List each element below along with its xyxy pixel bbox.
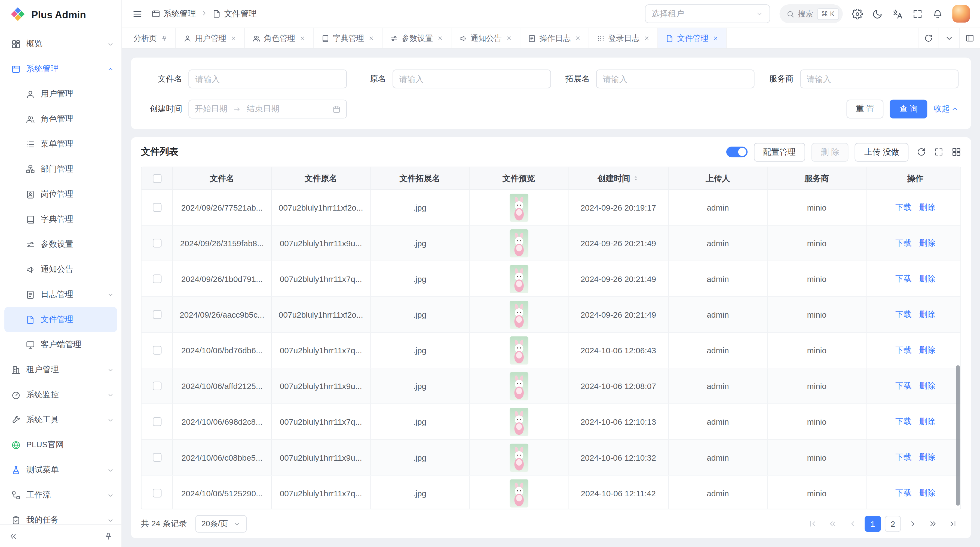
sidebar-item-globe[interactable]: PLUS官网 bbox=[0, 432, 121, 458]
page-2-button[interactable]: 2 bbox=[885, 516, 901, 532]
delete-link[interactable]: 删除 bbox=[919, 238, 935, 249]
breadcrumb-item-file[interactable]: 文件管理 bbox=[212, 8, 257, 19]
tab-log[interactable]: 操作日志 bbox=[520, 28, 589, 48]
table-row[interactable]: 2024/09/26/3159fab8...007u2bluly1hrr11x9… bbox=[142, 226, 960, 261]
pin-sidebar-button[interactable] bbox=[104, 532, 113, 541]
table-row[interactable]: 2024/09/26/1b0d791...007u2bluly1hrr11x7q… bbox=[142, 261, 960, 297]
sidebar-item-role[interactable]: 角色管理 bbox=[0, 107, 121, 132]
upload-button[interactable]: 上传 没做 bbox=[855, 142, 908, 161]
close-icon[interactable] bbox=[643, 35, 649, 41]
row-checkbox[interactable] bbox=[153, 417, 161, 426]
sidebar-item-monitor[interactable]: 系统监控 bbox=[0, 382, 121, 407]
global-search[interactable]: 搜索 ⌘ K bbox=[780, 4, 843, 23]
first-page-button[interactable] bbox=[805, 516, 821, 532]
row-checkbox[interactable] bbox=[153, 203, 161, 212]
sidebar-item-tools[interactable]: 系统工具 bbox=[0, 407, 121, 432]
tab-param[interactable]: 参数设置 bbox=[382, 28, 451, 48]
sidebar-item-test[interactable]: 测试菜单 bbox=[0, 458, 121, 482]
select-all-checkbox[interactable] bbox=[153, 174, 161, 182]
download-link[interactable]: 下载 bbox=[895, 238, 912, 249]
fullscreen-button[interactable] bbox=[912, 8, 923, 19]
layout-toggle-button[interactable] bbox=[959, 28, 980, 48]
last-page-button[interactable] bbox=[945, 516, 961, 532]
download-link[interactable]: 下载 bbox=[895, 416, 912, 427]
download-link[interactable]: 下载 bbox=[895, 273, 912, 284]
cell-file-preview[interactable] bbox=[469, 440, 568, 475]
pin-icon[interactable] bbox=[161, 35, 167, 41]
tab-user[interactable]: 用户管理 bbox=[176, 28, 245, 48]
close-icon[interactable] bbox=[437, 35, 443, 41]
delete-link[interactable]: 删除 bbox=[919, 309, 935, 320]
sidebar-item-post[interactable]: 岗位管理 bbox=[0, 182, 121, 207]
row-checkbox[interactable] bbox=[153, 489, 161, 498]
delete-link[interactable]: 删除 bbox=[919, 202, 935, 213]
sidebar-item-user[interactable]: 用户管理 bbox=[0, 81, 121, 107]
user-avatar[interactable] bbox=[952, 5, 970, 22]
cell-file-preview[interactable] bbox=[469, 261, 568, 297]
close-icon[interactable] bbox=[368, 35, 374, 41]
close-icon[interactable] bbox=[299, 35, 305, 41]
delete-link[interactable]: 删除 bbox=[919, 380, 935, 391]
download-link[interactable]: 下载 bbox=[895, 309, 912, 320]
dark-mode-button[interactable] bbox=[872, 8, 883, 19]
column-settings-button[interactable] bbox=[952, 147, 961, 157]
toggle-sidebar-button[interactable] bbox=[132, 8, 143, 19]
table-row[interactable]: 2024/10/06/c08bbe5...007u2bluly1hrr11x9u… bbox=[142, 440, 960, 476]
download-link[interactable]: 下载 bbox=[895, 202, 912, 213]
close-icon[interactable] bbox=[230, 35, 236, 41]
breadcrumb-item-system[interactable]: 系统管理 bbox=[152, 8, 196, 19]
next-page-button[interactable] bbox=[905, 516, 921, 532]
page-size-select[interactable]: 20条/页 bbox=[195, 515, 247, 533]
app-logo[interactable]: Plus Admin bbox=[0, 0, 121, 30]
tenant-select[interactable]: 选择租户 bbox=[644, 4, 770, 23]
tab-login-log[interactable]: 登录日志 bbox=[589, 28, 658, 48]
expand-list-button[interactable] bbox=[934, 147, 944, 157]
cell-file-preview[interactable] bbox=[469, 368, 568, 403]
table-row[interactable]: 2024/10/06/698d2c8...007u2bluly1hrr11x7q… bbox=[142, 404, 960, 440]
cell-file-preview[interactable] bbox=[469, 190, 568, 225]
delete-link[interactable]: 删除 bbox=[919, 416, 935, 427]
collapse-sidebar-button[interactable] bbox=[9, 532, 18, 541]
notifications-button[interactable] bbox=[932, 8, 943, 19]
close-icon[interactable] bbox=[574, 35, 581, 41]
sidebar-item-system[interactable]: 系统管理 bbox=[0, 56, 121, 81]
query-button[interactable]: 查 询 bbox=[890, 100, 927, 118]
collapse-filters-link[interactable]: 收起 bbox=[934, 104, 958, 115]
jump-forward-button[interactable] bbox=[925, 516, 941, 532]
tab-file[interactable]: 文件管理 bbox=[658, 28, 727, 48]
filter-input[interactable] bbox=[596, 69, 755, 88]
sidebar-item-client[interactable]: 客户端管理 bbox=[0, 332, 121, 357]
sidebar-item-dept[interactable]: 部门管理 bbox=[0, 156, 121, 182]
download-link[interactable]: 下载 bbox=[895, 487, 912, 499]
cell-file-preview[interactable] bbox=[469, 333, 568, 368]
delete-link[interactable]: 删除 bbox=[919, 487, 935, 499]
sidebar-item-param[interactable]: 参数设置 bbox=[0, 232, 121, 257]
sidebar-item-tenant[interactable]: 租户管理 bbox=[0, 357, 121, 382]
download-link[interactable]: 下载 bbox=[895, 344, 912, 356]
download-link[interactable]: 下载 bbox=[895, 380, 912, 391]
cell-file-preview[interactable] bbox=[469, 226, 568, 261]
cell-file-preview[interactable] bbox=[469, 404, 568, 439]
tab-actions-menu-button[interactable] bbox=[939, 28, 959, 48]
delete-link[interactable]: 删除 bbox=[919, 452, 935, 463]
tab-notice[interactable]: 通知公告 bbox=[451, 28, 520, 48]
config-management-button[interactable]: 配置管理 bbox=[754, 142, 805, 161]
jump-back-button[interactable] bbox=[824, 516, 841, 532]
tab-analysis[interactable]: 分析页 bbox=[126, 28, 176, 48]
filter-input[interactable] bbox=[188, 69, 347, 88]
previous-page-button[interactable] bbox=[845, 516, 861, 532]
sidebar-item-file[interactable]: 文件管理 bbox=[4, 307, 117, 332]
cell-file-preview[interactable] bbox=[469, 476, 568, 509]
table-scrollbar[interactable] bbox=[956, 365, 960, 506]
sidebar-item-menu-list[interactable]: 菜单管理 bbox=[0, 132, 121, 156]
row-checkbox[interactable] bbox=[153, 382, 161, 391]
table-row[interactable]: 2024/10/06/bd76db6...007u2bluly1hrr11x7q… bbox=[142, 333, 960, 368]
close-icon[interactable] bbox=[712, 35, 718, 41]
date-range-picker[interactable]: 开始日期 结束日期 bbox=[188, 100, 347, 118]
filter-input[interactable] bbox=[392, 69, 551, 88]
search-panel-toggle[interactable] bbox=[726, 147, 747, 157]
sidebar-item-dashboard[interactable]: 概览 bbox=[0, 31, 121, 56]
sidebar-item-log[interactable]: 日志管理 bbox=[0, 282, 121, 307]
row-checkbox[interactable] bbox=[153, 310, 161, 319]
row-checkbox[interactable] bbox=[153, 239, 161, 247]
